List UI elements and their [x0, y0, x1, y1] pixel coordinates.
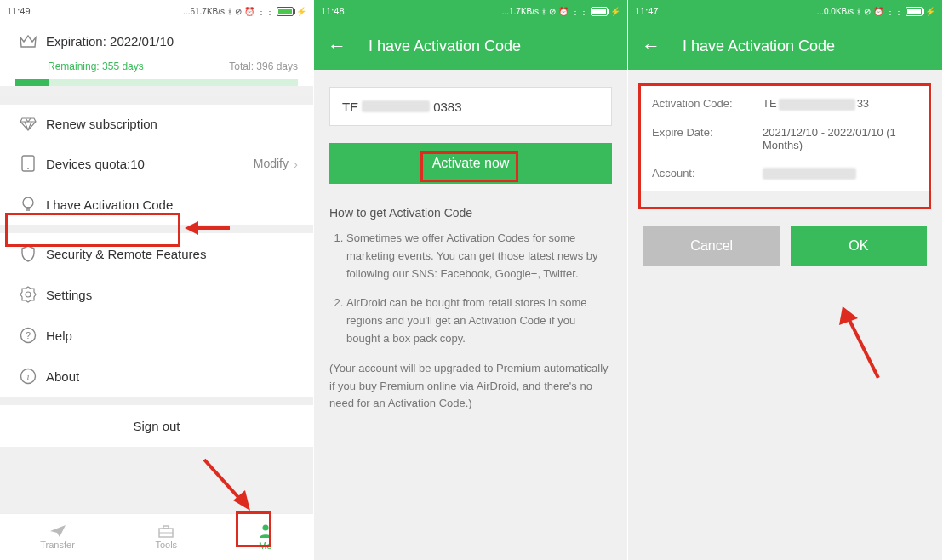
svg-line-15 [204, 460, 244, 504]
devices-row[interactable]: Devices quota:10 Modify › [0, 143, 313, 184]
toolbox-icon [157, 524, 174, 538]
modify-link[interactable]: Modify [254, 157, 289, 170]
bottom-nav: Transfer Tools Me [0, 513, 313, 560]
alarm-icon: ⏰ [558, 7, 569, 16]
charge-icon: ⚡ [296, 7, 306, 16]
signout-button[interactable]: Sign out [0, 405, 313, 447]
activation-code-value: TE33 [763, 97, 918, 111]
phone-screen-1: 11:49 ...61.7KB/s ᚼ ⊘ ⏰ ⋮⋮ ⚡ Expiration:… [0, 0, 314, 560]
shield-icon [15, 245, 41, 262]
redacted-text [763, 168, 856, 180]
header-title: I have Activation Code [683, 37, 835, 55]
howto-list: Sometimes we offer Activation Codes for … [329, 230, 612, 348]
activation-code-input[interactable]: TE 0383 [329, 87, 612, 126]
bluetooth-icon: ᚼ [227, 7, 232, 16]
nav-me[interactable]: Me [258, 523, 273, 551]
svg-point-12 [262, 525, 268, 531]
annotation-arrow [197, 453, 266, 521]
annotation-arrow [829, 300, 889, 385]
svg-line-17 [848, 317, 878, 378]
help-row[interactable]: ? Help [0, 315, 313, 356]
statusbar: 11:47 ...0.0KB/s ᚼ ⊘ ⏰ ⋮⋮ ⚡ [628, 0, 942, 22]
status-time: 11:47 [635, 6, 659, 16]
expiration-row: Expiration: 2022/01/10 [0, 22, 313, 60]
status-right: ...61.7KB/s ᚼ ⊘ ⏰ ⋮⋮ ⚡ [183, 7, 306, 16]
account-value [763, 167, 918, 180]
progress-bar [15, 79, 298, 86]
account-label: Account: [652, 167, 763, 180]
wifi-icon: ⋮⋮ [257, 7, 274, 16]
howto-title: How to get Activation Code [329, 206, 612, 220]
redacted-text [779, 99, 855, 111]
svg-marker-16 [233, 490, 250, 511]
bulb-icon [15, 196, 41, 213]
dnd-icon: ⊘ [864, 7, 871, 16]
howto-note: (Your account will be upgraded to Premiu… [329, 360, 612, 413]
chevron-right-icon: › [294, 157, 298, 171]
dnd-icon: ⊘ [549, 7, 556, 16]
back-button[interactable]: ← [328, 35, 346, 57]
remaining-days: Remaining: 355 days [48, 60, 144, 72]
svg-point-1 [27, 168, 29, 169]
statusbar: 11:48 ...1.7KB/s ᚼ ⊘ ⏰ ⋮⋮ ⚡ [314, 0, 627, 22]
wifi-icon: ⋮⋮ [571, 7, 588, 16]
charge-icon: ⚡ [925, 7, 935, 16]
svg-marker-18 [839, 306, 858, 325]
alarm-icon: ⏰ [244, 7, 254, 16]
days-info: Remaining: 355 days Total: 396 days [0, 60, 313, 79]
statusbar: 11:49 ...61.7KB/s ᚼ ⊘ ⏰ ⋮⋮ ⚡ [0, 0, 313, 22]
gear-icon [15, 286, 41, 303]
cancel-button[interactable]: Cancel [643, 226, 780, 266]
renew-row[interactable]: Renew subscription [0, 105, 313, 143]
dnd-icon: ⊘ [235, 7, 242, 16]
diamond-icon [15, 117, 41, 131]
info-icon: i [15, 368, 41, 385]
ok-button[interactable]: OK [791, 226, 928, 266]
status-time: 11:48 [321, 6, 345, 16]
app-header: ← I have Activation Code [314, 22, 627, 70]
app-header: ← I have Activation Code [628, 22, 942, 70]
alarm-icon: ⏰ [873, 7, 883, 16]
about-row[interactable]: i About [0, 356, 313, 397]
crown-icon [15, 35, 41, 49]
phone-screen-3: 11:47 ...0.0KB/s ᚼ ⊘ ⏰ ⋮⋮ ⚡ ← I have Act… [628, 0, 943, 560]
svg-text:?: ? [26, 330, 31, 340]
battery-icon [277, 7, 294, 16]
expire-date-label: Expire Date: [652, 126, 763, 139]
battery-icon [906, 7, 923, 16]
battery-icon [591, 7, 608, 16]
expire-date-value: 2021/12/10 - 2022/01/10 (1 Months) [763, 126, 918, 151]
phone-screen-2: 11:48 ...1.7KB/s ᚼ ⊘ ⏰ ⋮⋮ ⚡ ← I have Act… [314, 0, 628, 560]
bluetooth-icon: ᚼ [541, 7, 546, 16]
total-days: Total: 396 days [229, 60, 298, 72]
activation-code-label: Activation Code: [652, 97, 763, 110]
expiration-label: Expiration: 2022/01/10 [41, 34, 298, 49]
svg-point-2 [23, 197, 33, 208]
bluetooth-icon: ᚼ [856, 7, 861, 16]
charge-icon: ⚡ [610, 7, 620, 16]
svg-rect-10 [163, 526, 169, 529]
status-time: 11:49 [7, 6, 31, 16]
nav-tools[interactable]: Tools [155, 524, 177, 550]
nav-transfer[interactable]: Transfer [40, 524, 75, 550]
header-title: I have Activation Code [369, 37, 521, 55]
activation-code-row[interactable]: I have Activation Code [0, 184, 313, 225]
svg-point-4 [26, 292, 31, 297]
back-button[interactable]: ← [642, 35, 660, 57]
svg-marker-3 [20, 287, 36, 302]
send-icon [49, 524, 66, 538]
activate-now-button[interactable]: Activate now [329, 143, 612, 184]
svg-text:i: i [26, 371, 29, 381]
wifi-icon: ⋮⋮ [886, 7, 903, 16]
security-row[interactable]: Security & Remote Features [0, 233, 313, 274]
settings-row[interactable]: Settings [0, 274, 313, 315]
device-icon [15, 155, 41, 172]
help-icon: ? [15, 327, 41, 344]
person-icon [258, 523, 273, 539]
redacted-text [362, 100, 430, 112]
activation-info-card: Activation Code: TE33 Expire Date: 2021/… [638, 85, 932, 191]
